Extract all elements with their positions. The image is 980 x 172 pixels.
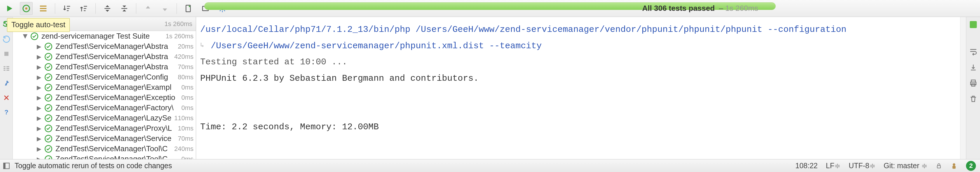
toggle-autotest-button[interactable]: [20, 2, 33, 15]
next-failed-icon[interactable]: [159, 2, 171, 15]
test-item-label: ZendTest\ServiceManager\Tool\C: [56, 154, 179, 159]
caret-position[interactable]: 108:22: [795, 161, 818, 170]
expand-icon[interactable]: ▶: [37, 135, 41, 142]
expand-icon[interactable]: ▶: [37, 145, 41, 153]
soft-wrap-toggle-icon[interactable]: [969, 47, 978, 56]
scroll-to-end-icon[interactable]: [969, 63, 978, 72]
test-tree-panel: ▼ sults 1s 260ms ▶ zend-servicemanager T…: [13, 17, 196, 159]
pass-icon: [45, 155, 52, 159]
svg-rect-39: [953, 166, 956, 169]
expand-icon[interactable]: ▶: [37, 94, 41, 101]
test-suite-root[interactable]: ▶ zend-servicemanager Test Suite 1s 260m…: [13, 31, 196, 41]
expand-icon[interactable]: ▶: [37, 156, 41, 159]
sort-up-icon[interactable]: [77, 2, 90, 15]
pass-icon: [45, 93, 52, 102]
test-item-time: 80ms: [175, 74, 194, 81]
test-item[interactable]: ▶ZendTest\ServiceManager\Tool\C0ms: [13, 154, 196, 159]
close-icon[interactable]: [2, 93, 11, 102]
test-item-time: 20ms: [175, 43, 194, 50]
test-item-label: ZendTest\ServiceManager\Abstra: [56, 52, 172, 61]
history-button[interactable]: [37, 2, 49, 15]
svg-point-31: [45, 156, 52, 159]
test-item[interactable]: ▶ZendTest\ServiceManager\Tool\C240ms: [13, 144, 196, 154]
test-tree-body[interactable]: ▶ zend-servicemanager Test Suite 1s 260m…: [13, 31, 196, 159]
test-item[interactable]: ▶ZendTest\ServiceManager\Config80ms: [13, 72, 196, 82]
expand-all-icon[interactable]: [101, 2, 114, 15]
test-item-label: ZendTest\ServiceManager\Proxy\L: [56, 124, 175, 133]
clear-all-icon[interactable]: [969, 94, 978, 104]
test-item[interactable]: ▶ZendTest\ServiceManager\Service70ms: [13, 133, 196, 144]
export-results-icon[interactable]: [182, 2, 195, 15]
expand-icon[interactable]: ▶: [22, 34, 29, 38]
right-gutter: [966, 17, 980, 159]
rerun-failed-icon[interactable]: [2, 35, 11, 44]
test-item-label: ZendTest\ServiceManager\Tool\C: [56, 144, 172, 153]
svg-rect-14: [6, 66, 10, 67]
test-item-time: 240ms: [172, 145, 194, 153]
expand-icon[interactable]: ▶: [37, 74, 41, 81]
svg-rect-16: [6, 70, 10, 71]
svg-rect-12: [3, 68, 6, 69]
inspection-indicator[interactable]: [970, 21, 977, 28]
pass-icon: [45, 73, 52, 81]
line-separator[interactable]: LF≑: [826, 161, 840, 170]
main-area: ? ▼ sults 1s 260ms ▶ zend-servicemanage: [0, 17, 980, 159]
test-item-time: 0ms: [179, 104, 194, 112]
test-item[interactable]: ▶ZendTest\ServiceManager\Exampl0ms: [13, 82, 196, 92]
test-item-label: ZendTest\ServiceManager\Abstra: [56, 62, 175, 71]
pass-icon: [45, 42, 52, 51]
test-item[interactable]: ▶ZendTest\ServiceManager\Abstra420ms: [13, 51, 196, 62]
expand-icon[interactable]: ▶: [37, 115, 41, 122]
git-branch-widget[interactable]: Git: master ≑: [884, 161, 928, 170]
test-item-label: ZendTest\ServiceManager\Config: [56, 72, 175, 82]
help-icon[interactable]: ?: [2, 108, 11, 117]
svg-point-1: [25, 7, 27, 10]
left-gutter: ?: [0, 17, 13, 159]
prev-failed-icon[interactable]: [142, 2, 154, 15]
test-item-time: 10ms: [175, 125, 194, 132]
test-item[interactable]: ▶ZendTest\ServiceManager\Factory\0ms: [13, 103, 196, 113]
collapse-all-icon[interactable]: [118, 2, 131, 15]
svg-rect-11: [3, 66, 6, 67]
pass-icon: [45, 53, 52, 61]
test-item[interactable]: ▶ZendTest\ServiceManager\Proxy\L10ms: [13, 123, 196, 133]
print-icon[interactable]: [969, 79, 978, 88]
run-button[interactable]: [3, 2, 16, 15]
stop-icon[interactable]: [2, 49, 11, 58]
test-item[interactable]: ▶ZendTest\ServiceManager\Abstra20ms: [13, 41, 196, 51]
test-item[interactable]: ▶ZendTest\ServiceManager\Exceptio0ms: [13, 92, 196, 103]
suite-label: zend-servicemanager Test Suite: [41, 32, 164, 41]
hector-icon[interactable]: [950, 162, 958, 170]
expand-icon[interactable]: ▶: [37, 84, 41, 91]
dump-threads-icon[interactable]: [2, 64, 11, 73]
pin-icon[interactable]: [2, 79, 11, 88]
test-item-time: 0ms: [179, 94, 194, 101]
pass-icon: [45, 84, 52, 92]
lock-icon[interactable]: [935, 162, 942, 169]
suite-time: 1s 260ms: [164, 32, 194, 40]
expand-icon[interactable]: ▶: [37, 63, 41, 71]
svg-rect-13: [3, 70, 6, 71]
expand-icon[interactable]: ▶: [37, 125, 41, 132]
sort-down-icon[interactable]: [60, 2, 73, 15]
test-status-text: All 306 tests passed – 1s 260ms: [642, 4, 758, 13]
pass-icon: [45, 104, 52, 112]
test-item[interactable]: ▶ZendTest\ServiceManager\LazySe110ms: [13, 113, 196, 123]
test-item-label: ZendTest\ServiceManager\Exampl: [56, 83, 179, 92]
test-item[interactable]: ▶ZendTest\ServiceManager\Abstra70ms: [13, 62, 196, 72]
expand-icon[interactable]: ▶: [37, 43, 41, 50]
tool-window-toggle-icon[interactable]: [0, 162, 13, 170]
svg-rect-36: [3, 163, 6, 169]
svg-text:?: ?: [5, 109, 8, 116]
test-item-time: 110ms: [172, 114, 194, 122]
expand-icon[interactable]: ▶: [37, 104, 41, 111]
notifications-badge[interactable]: 2: [966, 161, 976, 171]
expand-icon[interactable]: ▶: [37, 53, 41, 60]
svg-rect-37: [937, 166, 940, 168]
statusbar-message: Toggle automatic rerun of tests on code …: [13, 161, 795, 170]
file-encoding[interactable]: UTF-8≑: [849, 161, 875, 170]
pass-icon: [45, 63, 52, 71]
console-output[interactable]: /usr/local/Cellar/php71/7.1.2_13/bin/php…: [196, 17, 960, 159]
console-scrollbar[interactable]: [960, 17, 966, 159]
test-item-time: 420ms: [172, 53, 194, 61]
